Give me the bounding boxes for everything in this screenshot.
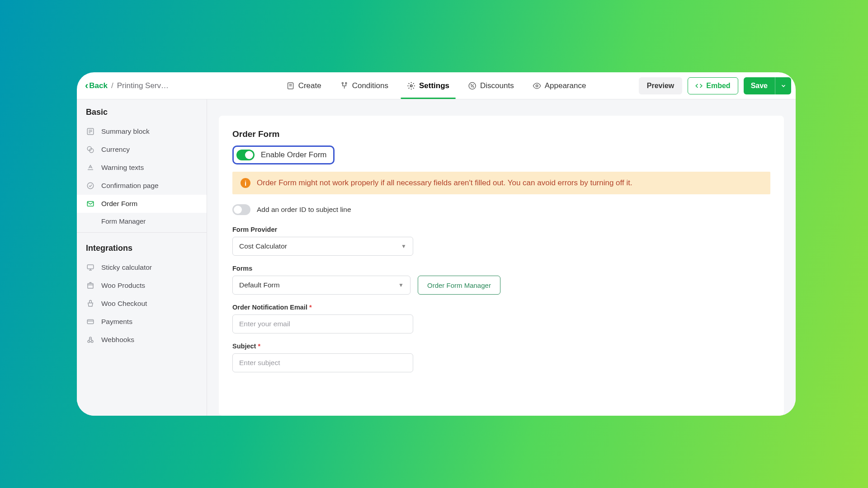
body: Basic Summary block Currency Warning tex… (77, 99, 796, 416)
enable-order-form-toggle[interactable] (236, 150, 255, 160)
preview-button[interactable]: Preview (639, 77, 682, 94)
breadcrumb-current: Printing Serv… (117, 81, 169, 90)
svg-point-3 (342, 82, 343, 84)
sidebar-item-currency[interactable]: Currency (77, 141, 207, 159)
select-value: Cost Calculator (239, 242, 287, 250)
svg-point-4 (345, 82, 347, 84)
sidebar-item-label: Woo Products (101, 282, 145, 290)
field-subject: Subject* (232, 343, 770, 372)
tab-discounts[interactable]: Discounts (468, 72, 514, 99)
sidebar-item-confirmation[interactable]: Confirmation page (77, 177, 207, 195)
sidebar-item-label: Currency (101, 145, 130, 154)
back-label: Back (89, 81, 108, 90)
monitor-icon (86, 263, 95, 272)
conditions-icon (340, 82, 349, 90)
provider-select[interactable]: Cost Calculator ▼ (232, 237, 413, 256)
sidebar-item-label: Summary block (101, 127, 150, 136)
field-email: Order Notification Email* (232, 304, 770, 333)
svg-point-6 (410, 84, 413, 87)
check-circle-icon (86, 181, 95, 190)
subject-input[interactable] (232, 353, 413, 372)
svg-point-9 (471, 84, 472, 85)
order-form-manager-button[interactable]: Order Form Manager (418, 276, 500, 295)
section-title: Order Form (232, 129, 770, 139)
sidebar-item-payments[interactable]: Payments (77, 313, 207, 331)
breadcrumb: ‹ Back / Printing Serv… (85, 80, 169, 92)
sidebar-item-orderform[interactable]: Order Form (77, 195, 207, 213)
back-button[interactable]: ‹ Back (85, 80, 108, 92)
sidebar-item-summary[interactable]: Summary block (77, 122, 207, 141)
embed-button[interactable]: Embed (688, 77, 738, 94)
toggle-slider (236, 150, 255, 160)
sidebar-divider (77, 232, 207, 233)
tabs: Create Conditions Settings Discounts App… (287, 72, 586, 99)
sidebar-item-label: Sticky calculator (101, 263, 152, 272)
field-label: Forms (232, 265, 770, 272)
percent-icon (468, 82, 476, 90)
sidebar-item-warning[interactable]: Warning texts (77, 159, 207, 177)
sidebar-section-basic: Basic (77, 99, 207, 122)
svg-point-19 (87, 183, 94, 189)
sidebar-item-label: Warning texts (101, 164, 144, 172)
tab-conditions[interactable]: Conditions (340, 72, 388, 99)
sidebar-section-integrations: Integrations (77, 235, 207, 258)
tab-label: Discounts (480, 81, 514, 90)
svg-rect-21 (87, 265, 94, 269)
sidebar-item-label: Form Manager (101, 217, 146, 225)
tab-label: Settings (419, 81, 449, 90)
tab-label: Appearance (545, 81, 586, 90)
eye-icon (533, 82, 541, 90)
tab-label: Conditions (352, 81, 388, 90)
label-text: Subject (232, 343, 256, 350)
field-label: Subject* (232, 343, 770, 350)
save-dropdown-button[interactable] (775, 77, 791, 94)
required-mark: * (258, 343, 260, 350)
svg-rect-24 (88, 284, 93, 289)
create-icon (287, 82, 295, 90)
panel-order-form: Order Form Enable Order Form i Order For… (219, 116, 784, 416)
caret-down-icon: ▼ (398, 282, 404, 288)
sidebar-item-label: Confirmation page (101, 182, 159, 190)
svg-point-10 (473, 86, 474, 87)
tab-label: Create (298, 81, 321, 90)
label-text: Order Notification Email (232, 304, 307, 311)
svg-rect-25 (87, 320, 94, 324)
select-value: Default Form (239, 281, 280, 289)
chevron-down-icon (780, 83, 787, 89)
svg-point-11 (536, 84, 538, 87)
currency-icon (86, 145, 95, 154)
app-shell: ‹ Back / Printing Serv… Create Condition… (77, 72, 796, 416)
forms-row: Default Form ▼ Order Form Manager (232, 276, 770, 295)
email-input[interactable] (232, 314, 413, 333)
tab-appearance[interactable]: Appearance (533, 72, 586, 99)
forms-select[interactable]: Default Form ▼ (232, 276, 410, 295)
breadcrumb-sep: / (111, 81, 113, 90)
tab-settings[interactable]: Settings (407, 72, 449, 99)
enable-order-form-label: Enable Order Form (261, 150, 327, 160)
orderid-toggle[interactable] (232, 204, 250, 215)
sidebar-item-label: Woo Checkout (101, 300, 147, 308)
tab-create[interactable]: Create (287, 72, 321, 99)
required-mark: * (309, 304, 312, 311)
toggle-slider (232, 204, 250, 215)
info-icon: i (241, 178, 250, 188)
sidebar-item-label: Webhooks (101, 336, 134, 344)
sidebar-item-woocheckout[interactable]: Woo Checkout (77, 295, 207, 313)
sidebar-item-formmanager[interactable]: Form Manager (77, 213, 207, 230)
summary-icon (86, 127, 95, 136)
main-area: Order Form Enable Order Form i Order For… (207, 99, 796, 416)
field-forms: Forms Default Form ▼ Order Form Manager (232, 265, 770, 295)
sidebar-item-wooproducts[interactable]: Woo Products (77, 277, 207, 295)
warning-icon (86, 163, 95, 172)
alert-text: Order Form might not work properly if al… (257, 178, 632, 188)
sidebar-item-sticky[interactable]: Sticky calculator (77, 258, 207, 277)
box-icon (86, 281, 95, 290)
sidebar-item-webhooks[interactable]: Webhooks (77, 331, 207, 349)
code-icon (695, 82, 703, 89)
webhook-icon (86, 335, 95, 344)
enable-order-form-row: Enable Order Form (232, 145, 335, 164)
field-label: Order Notification Email* (232, 304, 770, 311)
save-button[interactable]: Save (744, 77, 775, 94)
gear-icon (407, 82, 415, 90)
mail-icon (86, 199, 95, 208)
